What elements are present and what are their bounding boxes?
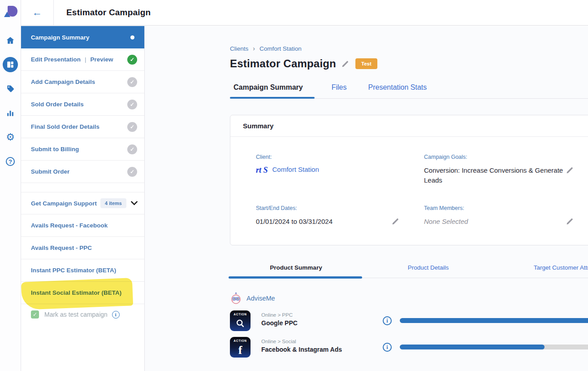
help-icon[interactable]: ? xyxy=(3,154,18,169)
breadcrumb: Clients › Comfort Station xyxy=(230,45,588,52)
main-content: Clients › Comfort Station Estimator Camp… xyxy=(145,26,588,371)
edit-goals-pencil-icon[interactable] xyxy=(566,166,574,174)
product-progress-bar xyxy=(400,318,588,323)
back-button[interactable]: ← xyxy=(21,0,54,25)
client-field: Client: rt S Comfort Station xyxy=(256,154,424,185)
info-icon[interactable]: i xyxy=(383,316,392,325)
tab-presentation-stats[interactable]: Presentation Stats xyxy=(365,83,432,99)
sidebar-item-get-campaign-support[interactable]: Get Campaign Support 4 items xyxy=(21,192,144,214)
client-label: Client: xyxy=(256,154,399,160)
breadcrumb-clients-link[interactable]: Clients xyxy=(230,45,248,52)
tag-icon[interactable] xyxy=(3,81,18,96)
dashboard-icon[interactable] xyxy=(3,57,18,72)
dates-field: Start/End Dates: 01/01/2024 to 03/31/202… xyxy=(256,205,424,227)
tab-target-customer-attributes[interactable]: Target Customer Attrib xyxy=(494,263,588,279)
check-icon: ✓ xyxy=(127,100,137,109)
campaign-goals-value: Conversion: Increase Conversions & Gener… xyxy=(424,166,566,185)
sidebar-item-instant-ppc-estimator[interactable]: Instant PPC Estimator (BETA) xyxy=(21,259,144,282)
test-campaign-label: Mark as test campaign xyxy=(44,311,108,318)
sidebar-spacer xyxy=(21,183,144,192)
breadcrumb-client-link[interactable]: Comfort Station xyxy=(259,45,302,52)
product-name: Google PPC xyxy=(261,319,298,327)
product-row-facebook-instagram: ACTION f Online > Social Facebook & Inst… xyxy=(230,337,588,358)
check-icon: ✓ xyxy=(127,144,137,154)
sidebar-item-final-sold-order-details[interactable]: Final Sold Order Details ✓ xyxy=(21,116,144,138)
test-badge: Test xyxy=(355,58,377,69)
client-name-link[interactable]: Comfort Station xyxy=(272,166,319,173)
campaign-goals-label: Campaign Goals: xyxy=(424,154,574,160)
bar-chart-icon[interactable] xyxy=(3,105,18,121)
check-icon: ✓ xyxy=(127,122,137,132)
edit-presentation-link[interactable]: Edit Presentation xyxy=(31,56,81,63)
page-title: Estimator Campaign xyxy=(230,57,336,70)
items-count-badge: 4 items xyxy=(100,198,126,208)
edit-title-pencil-icon[interactable] xyxy=(342,60,349,68)
sidebar-item-submit-to-billing[interactable]: Submit to Billing ✓ xyxy=(21,138,144,161)
sidebar-item-instant-social-estimator[interactable]: Instant Social Estimator (BETA) xyxy=(21,282,144,304)
product-category: Online > Social xyxy=(261,339,296,344)
app-logo xyxy=(0,0,21,26)
team-members-value: None Selected xyxy=(424,217,468,227)
product-tab-active-underline xyxy=(229,276,362,279)
robot-icon xyxy=(230,292,242,304)
product-tabs: Product Summary Product Details Target C… xyxy=(230,263,588,279)
campaign-steps-sidebar: Campaign Summary Edit Presentation|Previ… xyxy=(21,26,145,371)
sidebar-item-campaign-summary[interactable]: Campaign Summary xyxy=(21,26,144,48)
sidebar-item-avails-request-facebook[interactable]: Avails Request - Facebook xyxy=(21,214,144,237)
product-progress-bar xyxy=(400,345,588,349)
tab-files[interactable]: Files xyxy=(328,83,351,99)
sidebar-item-avails-request-ppc[interactable]: Avails Request - PPC xyxy=(21,237,144,259)
check-icon: ✓ xyxy=(127,167,137,177)
home-icon[interactable] xyxy=(3,33,18,48)
logo-blob xyxy=(8,6,17,17)
action-search-icon[interactable]: ACTION xyxy=(230,310,251,331)
product-progress-fill xyxy=(400,318,588,323)
dates-value: 01/01/2024 to 03/31/2024 xyxy=(256,217,333,227)
team-members-field: Team Members: None Selected xyxy=(424,205,588,227)
top-bar: ← Estimator Campaign xyxy=(21,0,588,26)
product-row-google-ppc: ACTION Online > PPC Google PPC i xyxy=(230,310,588,331)
adviseme-header: AdviseMe xyxy=(230,292,588,304)
preview-link[interactable]: Preview xyxy=(91,56,113,63)
product-name: Facebook & Instagram Ads xyxy=(261,346,342,353)
client-logo: rt S xyxy=(256,166,268,175)
info-icon[interactable]: i xyxy=(112,311,120,319)
campaign-goals-field: Campaign Goals: Conversion: Increase Con… xyxy=(424,154,588,185)
active-dot xyxy=(130,35,134,39)
chevron-down-icon[interactable] xyxy=(131,200,138,207)
icon-rail: ⚙ ? xyxy=(0,0,21,371)
sidebar-item-add-campaign-details[interactable]: Add Campaign Details ✓ xyxy=(21,71,144,93)
summary-card-heading: Summary xyxy=(230,115,588,137)
action-facebook-icon[interactable]: ACTION f xyxy=(230,337,251,358)
edit-team-pencil-icon[interactable] xyxy=(566,218,574,225)
check-icon: ✓ xyxy=(127,55,137,65)
check-icon: ✓ xyxy=(127,77,137,87)
sidebar-item-sold-order-details[interactable]: Sold Order Details ✓ xyxy=(21,93,144,116)
product-category: Online > PPC xyxy=(261,312,293,318)
team-members-label: Team Members: xyxy=(424,205,574,211)
back-arrow-icon: ← xyxy=(32,8,42,17)
tab-campaign-summary[interactable]: Campaign Summary xyxy=(230,83,315,99)
dates-label: Start/End Dates: xyxy=(256,205,399,211)
edit-dates-pencil-icon[interactable] xyxy=(392,218,399,225)
test-campaign-row: ✓ Mark as test campaign i xyxy=(21,304,144,319)
breadcrumb-separator: › xyxy=(253,45,255,52)
main-tabs: Campaign Summary Files Presentation Stat… xyxy=(230,83,588,99)
info-icon[interactable]: i xyxy=(383,343,392,352)
window-title: Estimator Campaign xyxy=(66,8,151,17)
adviseme-label: AdviseMe xyxy=(246,295,275,302)
sidebar-item-edit-presentation[interactable]: Edit Presentation|Preview ✓ xyxy=(21,48,144,71)
product-progress-fill xyxy=(400,345,545,349)
gear-icon[interactable]: ⚙ xyxy=(3,130,18,145)
tab-product-details[interactable]: Product Details xyxy=(362,263,494,279)
summary-card: Summary Client: rt S Comfort Station Cam… xyxy=(230,115,588,245)
test-campaign-checkbox[interactable]: ✓ xyxy=(31,310,39,319)
sidebar-item-submit-order[interactable]: Submit Order ✓ xyxy=(21,161,144,183)
